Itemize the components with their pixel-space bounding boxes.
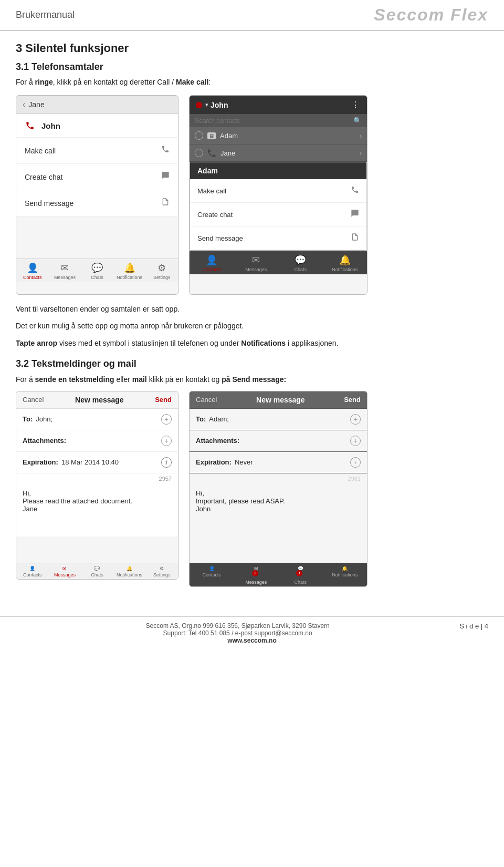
screen2-phone: ▾ John ⋮ 🔍 🖥 Adam › 📞 bbox=[189, 95, 368, 295]
msg-tab-contacts[interactable]: 👤 Contacts bbox=[16, 566, 49, 577]
contact-name-adam: Adam bbox=[220, 132, 238, 140]
screen2-contact-name: John bbox=[211, 101, 228, 109]
msg-r-tab-messages[interactable]: ✉1 Messages bbox=[234, 566, 279, 585]
msg-tab-settings[interactable]: ⚙ Settings bbox=[145, 566, 178, 577]
brand-logo: Seccom Flex bbox=[374, 5, 488, 25]
attach-field-right: Attachments: + bbox=[190, 430, 367, 452]
phone-icon bbox=[161, 145, 170, 156]
tab-messages-label: Messages bbox=[54, 275, 76, 280]
screen2-tab-messages[interactable]: ✉ Messages bbox=[234, 254, 279, 272]
phone-icon-jane: 📞 bbox=[207, 149, 216, 157]
tab-messages[interactable]: ✉ Messages bbox=[49, 262, 81, 280]
msg-r-tab-contacts[interactable]: 👤 Contacts bbox=[190, 566, 234, 585]
para2: Det er kun mulig å sette opp og motta an… bbox=[16, 320, 488, 332]
expiry-field-right: Expiration: Never › bbox=[190, 452, 367, 473]
msg-header-left: Cancel New message Send bbox=[16, 391, 178, 409]
attach-label-right: Attachments: bbox=[196, 437, 239, 445]
chats-icon: 💬 bbox=[91, 262, 103, 274]
msg-r-notifications-label: Notifications bbox=[332, 572, 358, 577]
msg-body-left[interactable]: Hi,Please read the attached document.Jan… bbox=[16, 484, 178, 536]
expiry-chevron-right[interactable]: › bbox=[350, 457, 361, 468]
send-button-left[interactable]: Send bbox=[155, 396, 172, 404]
msg-contacts-icon: 👤 bbox=[29, 566, 35, 571]
add-recipient-right[interactable]: + bbox=[350, 414, 361, 425]
msg-header-right: Cancel New message Send bbox=[190, 391, 367, 409]
add-attachment-button[interactable]: + bbox=[161, 436, 172, 446]
screenshots-row-1: ‹ Jane John Make call bbox=[16, 95, 488, 295]
msg-right-bottom-tabs: 👤 Contacts ✉1 Messages 💬1 Chats 🔔 Notifi… bbox=[190, 563, 367, 586]
cancel-button-right[interactable]: Cancel bbox=[196, 396, 217, 404]
msg-tab-notifications[interactable]: 🔔 Notifications bbox=[113, 566, 146, 577]
msg-body-right[interactable]: Hi,Important, please read ASAP.John bbox=[190, 484, 367, 536]
popup-make-call[interactable]: Make call bbox=[190, 179, 366, 203]
page-footer: S i d e | 4 Seccom AS, Org.no 999 616 35… bbox=[0, 616, 504, 649]
screenshots-row-2: Cancel New message Send To: John; + Atta… bbox=[16, 391, 488, 587]
popup-send-message[interactable]: Send message bbox=[190, 226, 366, 250]
msg-r-contacts-label: Contacts bbox=[202, 572, 221, 577]
tab-settings[interactable]: ⚙ Settings bbox=[145, 262, 178, 280]
cancel-button-left[interactable]: Cancel bbox=[23, 396, 44, 404]
msg-r-tab-chats[interactable]: 💬1 Chats bbox=[278, 566, 323, 585]
tab-contacts[interactable]: 👤 Contacts bbox=[16, 262, 49, 280]
s2-messages-label: Messages bbox=[245, 267, 267, 272]
add-attachment-right[interactable]: + bbox=[350, 436, 361, 446]
add-recipient-button[interactable]: + bbox=[161, 414, 172, 425]
popup-chat-icon bbox=[351, 209, 359, 220]
list-item-adam[interactable]: 🖥 Adam › bbox=[190, 127, 367, 145]
msg-tab-chats[interactable]: 💬 Chats bbox=[81, 566, 113, 577]
tab-chats[interactable]: 💬 Chats bbox=[81, 262, 113, 280]
attach-label-left: Attachments: bbox=[23, 437, 66, 445]
msg-r-chats-label: Chats bbox=[294, 580, 307, 585]
s2-chats-label: Chats bbox=[294, 267, 307, 272]
list-item-jane[interactable]: 📞 Jane › bbox=[190, 145, 367, 162]
contact-phone-icon bbox=[24, 119, 36, 132]
main-content: 3 Silentel funksjoner 3.1 Telefonsamtale… bbox=[0, 31, 504, 606]
search-input[interactable] bbox=[195, 117, 353, 125]
char-count-left: 2957 bbox=[16, 473, 178, 484]
popup-create-chat-label: Create chat bbox=[197, 211, 233, 219]
section31-title: 3.1 Telefonsamtaler bbox=[16, 61, 488, 73]
contact-name-jane: Jane bbox=[220, 149, 235, 157]
screen2-tab-chats[interactable]: 💬 Chats bbox=[278, 254, 323, 272]
msg-r-tab-notifications[interactable]: 🔔 Notifications bbox=[323, 566, 368, 585]
menu-make-call[interactable]: Make call bbox=[16, 138, 178, 164]
more-options-icon[interactable]: ⋮ bbox=[351, 100, 361, 110]
s2-contacts-icon: 👤 bbox=[206, 254, 217, 266]
caret-icon: › bbox=[360, 132, 362, 140]
screen2-header: ▾ John ⋮ bbox=[190, 96, 367, 114]
msg-tab-messages[interactable]: ✉ Messages bbox=[49, 566, 81, 577]
msg-screen-right: Cancel New message Send To: Adam; + Atta… bbox=[189, 391, 368, 587]
popup-create-chat[interactable]: Create chat bbox=[190, 203, 366, 226]
check-circle-jane bbox=[195, 149, 203, 157]
section32-intro: For å sende en tekstmelding eller mail k… bbox=[16, 374, 488, 385]
settings-icon: ⚙ bbox=[158, 262, 166, 274]
context-popup: Adam Make call Create chat bbox=[190, 162, 367, 251]
msg-screen-left: Cancel New message Send To: John; + Atta… bbox=[16, 391, 178, 580]
tab-notifications[interactable]: 🔔 Notifications bbox=[113, 262, 146, 280]
screen1-phone: ‹ Jane John Make call bbox=[16, 95, 178, 295]
section31-intro: For å ringe, klikk på en kontakt og dere… bbox=[16, 77, 488, 88]
screen2-tab-contacts[interactable]: 👤 Contacts bbox=[190, 254, 234, 272]
s2-chats-icon: 💬 bbox=[295, 254, 306, 266]
messages-badge: 1 bbox=[252, 570, 258, 576]
screen2-tab-notifications[interactable]: 🔔 Notifications bbox=[323, 254, 368, 272]
manual-label: Brukermanual bbox=[16, 9, 75, 20]
doc-icon bbox=[161, 198, 170, 209]
to-value-right: Adam; bbox=[209, 415, 350, 423]
send-button-right[interactable]: Send bbox=[344, 396, 361, 404]
menu-make-call-label: Make call bbox=[25, 147, 56, 155]
chevron-down-icon: ▾ bbox=[205, 101, 208, 108]
chats-badge: 1 bbox=[296, 570, 302, 576]
chat-icon bbox=[161, 171, 170, 182]
back-arrow-icon[interactable]: ‹ bbox=[23, 100, 25, 109]
tab-settings-label: Settings bbox=[153, 275, 171, 280]
to-label-left: To: bbox=[23, 415, 33, 423]
to-value-left: John; bbox=[36, 415, 161, 423]
popup-make-call-label: Make call bbox=[197, 187, 226, 195]
msg-r-contacts-icon: 👤 bbox=[209, 566, 215, 571]
menu-send-message-label: Send message bbox=[25, 199, 74, 208]
menu-send-message[interactable]: Send message bbox=[16, 190, 178, 216]
expiry-field-left: Expiration: 18 Mar 2014 10:40 i bbox=[16, 452, 178, 473]
menu-create-chat[interactable]: Create chat bbox=[16, 164, 178, 190]
expiry-info-button[interactable]: i bbox=[161, 457, 172, 468]
